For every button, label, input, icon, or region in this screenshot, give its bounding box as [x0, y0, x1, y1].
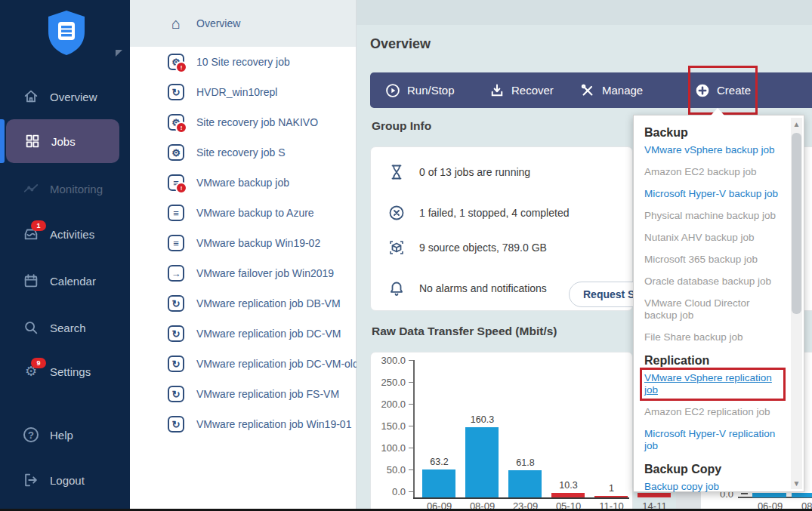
- sync-icon: ↻: [168, 325, 184, 342]
- create-button[interactable]: Create: [695, 72, 751, 108]
- job-name: VMware failover job Win2019: [196, 267, 334, 279]
- sidebar-item-label: Monitoring: [50, 183, 103, 195]
- group-info-text: 0 of 13 jobs are running: [419, 166, 530, 178]
- menu-item-backup-copy-job[interactable]: Backup copy job: [644, 481, 781, 493]
- group-info-card: No alarms and notifications 9 source obj…: [370, 146, 633, 311]
- sidebar-item-label: Overview: [50, 91, 97, 103]
- error-badge-icon: !: [175, 122, 187, 134]
- chart-ytick-label: 250.0: [371, 377, 406, 388]
- chart-heading: Raw Data Transfer Speed (Mbit/s): [372, 325, 557, 338]
- manage-button[interactable]: Manage: [580, 72, 643, 108]
- page-title: Overview: [370, 36, 431, 52]
- chart-value-label: 1: [590, 483, 633, 494]
- job-list-item-vmware-backup-to-azure[interactable]: ≡VMware backup to Azure: [130, 198, 356, 228]
- sidebar-item-monitoring[interactable]: Monitoring: [0, 171, 130, 207]
- monitoring-icon: [23, 180, 39, 197]
- scroll-up-icon[interactable]: ▲: [791, 118, 802, 130]
- sidebar-item-label: Activities: [50, 228, 94, 241]
- chart-ytick-label: 0.0: [371, 486, 406, 497]
- group-info-text: 9 source objects, 789.0 GB: [419, 242, 547, 254]
- job-name: VMware backup job: [196, 177, 289, 189]
- job-name: HVDR_win10repl: [196, 86, 277, 98]
- job-name: VMware replication job DC-VM-old: [196, 358, 359, 370]
- chart-value-label: 160.3: [461, 414, 504, 425]
- sidebar-item-overview[interactable]: Overview: [0, 78, 130, 115]
- play-icon: [385, 83, 400, 98]
- recover-button[interactable]: Recover: [489, 72, 554, 108]
- job-list-panel: ⌂Overview⚙!10 Site recovery job↻HVDR_win…: [130, 0, 357, 511]
- badge-count: 1: [31, 220, 46, 231]
- job-name: Overview: [196, 17, 240, 29]
- job-list-item-vmware-replication-job-dc-vm-old[interactable]: ↻VMware replication job DC-VM-old: [130, 349, 356, 379]
- sidebar-item-help[interactable]: ?Help: [0, 417, 130, 453]
- menu-section-backup: Backup: [644, 126, 781, 140]
- job-list-item-vmware-replication-job-db-vm[interactable]: ↻VMware replication job DB-VM: [130, 288, 356, 319]
- active-accent-bar: [0, 119, 5, 163]
- job-list-item-hvdr-win10repl[interactable]: ↻HVDR_win10repl: [130, 77, 356, 107]
- tools-icon: [580, 83, 595, 98]
- sidebar-item-calendar[interactable]: Calendar: [0, 263, 130, 299]
- toolbar-button-label: Recover: [511, 84, 554, 97]
- chart-bar-23-09: [508, 470, 542, 497]
- sync-icon: ↻: [168, 386, 184, 402]
- chart-ytick-label: 150.0: [371, 420, 406, 432]
- sidebar-item-label: Jobs: [51, 135, 76, 148]
- job-list-item-site-recovery-job-nakivo[interactable]: ⚙!Site recovery job NAKIVO: [130, 107, 356, 137]
- sync-icon: ↻: [168, 416, 184, 433]
- sync-icon: ↻: [168, 295, 184, 312]
- sync-icon: ↻: [168, 356, 184, 372]
- chart-ytick-label: 100.0: [371, 442, 406, 454]
- job-list-item-10-site-recovery-job[interactable]: ⚙!10 Site recovery job: [130, 47, 356, 77]
- chart-ytick-label: 50.0: [371, 464, 406, 476]
- menu-item-oracle-database-backup-job: Oracle database backup job: [644, 276, 781, 288]
- gear-icon: ⚙: [168, 144, 184, 161]
- error-badge-icon: !: [175, 182, 187, 194]
- collapse-sidebar-icon[interactable]: [116, 50, 122, 57]
- mini-chart-bar: [752, 493, 786, 497]
- sidebar-item-activities[interactable]: 1Activities: [0, 216, 130, 252]
- menu-scrollbar-thumb[interactable]: [792, 133, 801, 314]
- menu-item-amazon-ec2-backup-job: Amazon EC2 backup job: [644, 166, 781, 178]
- chart-value-label: 10.3: [547, 480, 590, 491]
- menu-item-microsoft-hyper-v-replication-job[interactable]: Microsoft Hyper-V replication job: [644, 428, 781, 452]
- job-list-item-vmware-backup-win19-02[interactable]: ≡VMware backup Win19-02: [130, 228, 356, 258]
- group-info-row-cube: 9 source objects, 789.0 GB: [387, 236, 547, 259]
- job-list-overview-item[interactable]: ⌂Overview: [130, 0, 356, 47]
- sidebar-item-logout[interactable]: Logout: [0, 462, 130, 498]
- menu-section-backup-copy: Backup Copy: [644, 463, 781, 476]
- menu-item-vmware-vsphere-backup-job[interactable]: VMware vSphere backup job: [644, 144, 781, 156]
- top-band: [357, 0, 812, 25]
- menu-scrollbar[interactable]: ▲ ▼: [791, 118, 802, 489]
- job-list-item-vmware-backup-job[interactable]: ≡!VMware backup job: [130, 168, 356, 198]
- menu-item-vmware-vsphere-replication-job[interactable]: VMware vSphere replication job: [644, 372, 781, 396]
- sidebar-item-search[interactable]: Search: [0, 309, 130, 346]
- job-list-item-vmware-replication-job-dc-vm[interactable]: ↻VMware replication job DC-VM: [130, 319, 356, 349]
- group-info-row-circle-x: 1 failed, 1 stopped, 4 completed: [387, 202, 569, 224]
- chart-bar-05-10: [551, 493, 585, 497]
- job-list-item-vmware-replication-job-fs-vm[interactable]: ↻VMware replication job FS-VM: [130, 379, 356, 409]
- chart-bar-11-10: [594, 496, 628, 497]
- menu-item-microsoft-hyper-v-backup-job[interactable]: Microsoft Hyper-V backup job: [644, 188, 781, 200]
- menu-item-vmware-cloud-director-backup-job: VMware Cloud Director backup job: [644, 297, 781, 322]
- menu-item-amazon-ec2-replication-job: Amazon EC2 replication job: [644, 406, 781, 418]
- job-list-item-vmware-replication-job-win19-01[interactable]: ↻VMware replication job Win19-01: [130, 409, 356, 439]
- job-list-item-vmware-failover-job-win2019[interactable]: →VMware failover job Win2019: [130, 258, 356, 288]
- cube-icon: [387, 239, 406, 257]
- scroll-down-icon[interactable]: ▼: [791, 477, 802, 489]
- search-icon: [23, 319, 39, 336]
- gear-icon: ⚙!: [168, 54, 184, 70]
- sidebar-item-settings[interactable]: ⚙9Settings: [0, 353, 130, 389]
- job-name: VMware replication job Win19-01: [196, 418, 351, 430]
- run-stop-button[interactable]: Run/Stop: [385, 72, 455, 108]
- sidebar-item-jobs[interactable]: Jobs: [6, 119, 119, 163]
- chart-bar-14-11: [638, 493, 671, 497]
- layers-icon: ≡: [168, 235, 184, 251]
- toolbar-button-label: Manage: [602, 84, 643, 97]
- job-name: 10 Site recovery job: [196, 56, 290, 68]
- mini-chart-bar: [792, 493, 812, 497]
- chart-ytick-label: 200.0: [371, 399, 406, 410]
- raw-data-transfer-speed-chart: 300.0 250.0 200.0 150.0 100.0 50.0 0.0 6…: [370, 352, 633, 511]
- job-list-item-site-recovery-job-s[interactable]: ⚙Site recovery job S: [130, 137, 356, 168]
- menu-item-file-share-backup-job: File Share backup job: [644, 331, 781, 343]
- dropdown-caret: [711, 108, 724, 115]
